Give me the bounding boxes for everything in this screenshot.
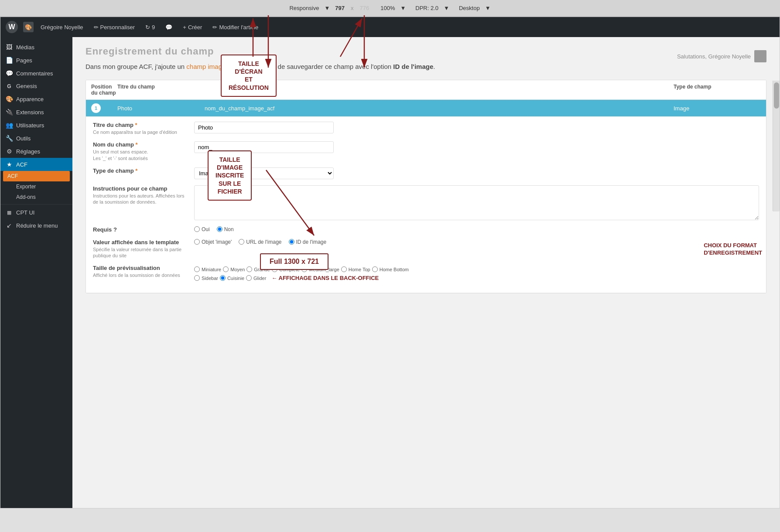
sidebar-item-apparence[interactable]: 🎨 Apparence (0, 92, 72, 106)
titre-input[interactable] (194, 122, 334, 133)
site-name-bar-item[interactable]: Grégoire Noyelle (37, 22, 87, 32)
sidebar-item-cptui[interactable]: ▦ CPT UI (0, 206, 72, 219)
dpr-dropdown: ▼ (444, 5, 449, 11)
personnaliser-bar-item[interactable]: ✏ Personnaliser (90, 22, 139, 32)
comments-bar-item[interactable]: 💬 (162, 22, 176, 32)
acf-data-row: 1 Photo nom_du_champ_image_acf Image (86, 100, 766, 116)
requis-oui[interactable]: Oui (194, 226, 210, 232)
wp-sidebar: 🖼 Médias 📄 Pages 💬 Commentaires G Genesi… (0, 37, 72, 508)
taille-hometop[interactable]: Home Top (341, 266, 370, 272)
affichage-annotation: ← AFFICHAGE DANS LE BACK-OFFICE (271, 275, 379, 281)
sidebar-item-reglages[interactable]: ⚙ Réglages (0, 145, 72, 158)
article-bold: ID de l'image (393, 63, 433, 70)
taille-row-2: Sidebar Cuisinie Glider ← AFFICHAGE DANS… (194, 275, 759, 281)
sidebar-item-acf-parent[interactable]: ★ ACF (0, 158, 72, 171)
form-row-taille: Taille de prévisualisation Affiché lors … (93, 265, 759, 281)
scrollbar-thumb[interactable] (774, 82, 779, 109)
sidebar-item-exporter[interactable]: Exporter (0, 181, 72, 192)
valeur-id[interactable]: ID de l'image (289, 239, 327, 245)
refresh-icon: ↻ (145, 24, 150, 31)
article-link[interactable]: champ image (186, 63, 226, 70)
sidebar-item-acf-active[interactable]: ACF (3, 171, 70, 181)
taille-cuisinie[interactable]: Cuisinie (220, 275, 244, 281)
reglages-icon: ⚙ (6, 148, 13, 155)
row-nom-champ: nom_du_champ_image_acf (205, 105, 674, 112)
scrollbar[interactable] (773, 81, 780, 211)
annotation-screen-text: TAILLE D'ÉCRANET RÉSOLUTION (229, 60, 269, 92)
form-row-nom: Nom du champ * Un seul mot sans espace. … (93, 141, 759, 161)
form-section: Titre du champ * Ce nom apparaîtra sur l… (86, 116, 766, 293)
width-value: 797 (335, 5, 345, 11)
titre-label: Titre du champ * (93, 122, 189, 128)
pages-icon: 📄 (6, 57, 13, 64)
outils-icon: 🔧 (6, 135, 13, 142)
apparence-icon: 🎨 (6, 95, 13, 102)
col-type: Type de champ (674, 84, 761, 96)
sidebar-item-outils[interactable]: 🔧 Outils (0, 132, 72, 145)
updates-bar-item[interactable]: ↻ 9 (142, 22, 158, 32)
zoom-selector[interactable]: 100% (380, 5, 395, 11)
article-header: Enregistrement du champ (86, 46, 766, 57)
utilisateurs-icon: 👥 (6, 122, 13, 129)
desktop-selector[interactable]: Desktop (459, 5, 480, 11)
comments-icon: 💬 (6, 70, 13, 77)
row-num: 1 (91, 103, 101, 113)
sidebar-item-commentaires[interactable]: 💬 Commentaires (0, 67, 72, 80)
taille-miniature[interactable]: Miniature (194, 266, 221, 272)
requis-non[interactable]: Non (217, 226, 234, 232)
sidebar-item-medias[interactable]: 🖼 Médias (0, 41, 72, 54)
modifier-bar-item[interactable]: ✏ Modifier l'article (209, 22, 262, 32)
instructions-label: Instructions pour ce champ (93, 185, 189, 192)
article-body-text-1: Dans mon groupe ACF, j'ajoute un (86, 63, 186, 70)
content-area: Salutations, Grégoire Noyelle Enregistre… (72, 37, 780, 508)
valeur-sublabel: Spécifie la valeur retournée dans la par… (93, 246, 189, 259)
taille-moyen[interactable]: Moyen (223, 266, 245, 272)
responsive-selector[interactable]: Responsive (289, 5, 319, 11)
annotation-format-box: CHOIX DU FORMATD'ENREGISTREMENT (704, 242, 762, 257)
nom-label: Nom du champ * (93, 141, 189, 148)
form-row-instructions: Instructions pour ce champ Instructions … (93, 185, 759, 220)
x-separator: x (351, 5, 354, 11)
nom-sublabel: Un seul mot sans espace. Les '_' et '-' … (93, 149, 189, 161)
bar-palette[interactable]: 🎨 (23, 22, 34, 32)
requis-label: Requis ? (93, 226, 189, 233)
instructions-textarea[interactable] (194, 185, 759, 220)
wp-logo[interactable]: W (6, 21, 18, 33)
cptui-icon: ▦ (6, 210, 13, 215)
height-value: 776 (359, 5, 369, 11)
zoom-dropdown: ▼ (400, 5, 406, 11)
sidebar-item-genesis[interactable]: G Genesis (0, 80, 72, 92)
sidebar-item-reduire[interactable]: ↙ Réduire le menu (0, 219, 72, 232)
desktop-dropdown: ▼ (485, 5, 491, 11)
browser-content: W 🎨 Grégoire Noyelle ✏ Personnaliser ↻ 9… (0, 17, 780, 508)
type-label: Type de champ * (93, 167, 189, 174)
taille-glider[interactable]: Glider (246, 275, 266, 281)
form-row-valeur: Valeur affichée dans le template Spécifi… (93, 239, 759, 259)
site-name-label: Grégoire Noyelle (41, 24, 83, 31)
sidebar-item-extensions[interactable]: 🔌 Extensions (0, 106, 72, 119)
edit-icon: ✏ (212, 24, 217, 31)
sidebar-item-addons[interactable]: Add-ons (0, 192, 72, 202)
comment-icon: 💬 (165, 24, 172, 31)
sidebar-item-pages[interactable]: 📄 Pages (0, 54, 72, 67)
valeur-url[interactable]: URL de l'image (239, 239, 281, 245)
taille-sidebar[interactable]: Sidebar (194, 275, 218, 281)
creer-bar-item[interactable]: + Créer (179, 22, 205, 32)
salutations: Salutations, Grégoire Noyelle (677, 50, 766, 62)
acf-container: Position du champ Titre du champ Type de… (86, 80, 766, 293)
article-body-text-3: . (433, 63, 435, 70)
form-row-titre: Titre du champ * Ce nom apparaîtra sur l… (93, 122, 759, 135)
taille-homebottom[interactable]: Home Bottom (372, 266, 409, 272)
dpr-selector[interactable]: DPR: 2.0 (415, 5, 438, 11)
sidebar-item-utilisateurs[interactable]: 👥 Utilisateurs (0, 119, 72, 132)
col-position: Position du champ (91, 84, 117, 96)
valeur-objet[interactable]: Objet 'image' (194, 239, 232, 245)
row-photo: Photo (117, 105, 205, 112)
acf-star-icon: ★ (6, 161, 13, 168)
annotation-image: TAILLE D'IMAGEINSCRITE SUR LEFICHIER (208, 150, 252, 201)
full-image-label: Full 1300 x 721 (260, 253, 328, 270)
acf-header-row: Position du champ Titre du champ Type de… (86, 80, 766, 100)
row-type-image: Image (674, 105, 761, 112)
reduire-icon: ↙ (6, 222, 13, 229)
valeur-label: Valeur affichée dans le template (93, 239, 189, 246)
